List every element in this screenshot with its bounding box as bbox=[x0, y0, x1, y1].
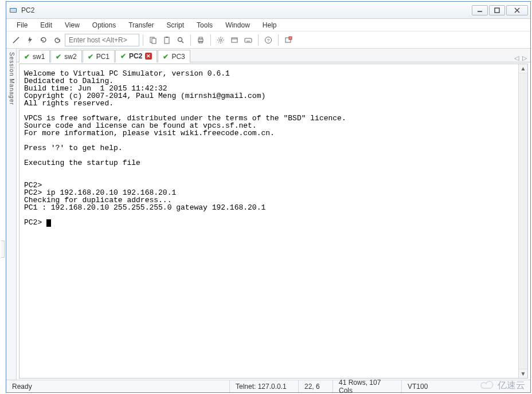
status-dimensions: 41 Rows, 107 Cols bbox=[333, 380, 402, 392]
tab-sw1[interactable]: ✔ sw1 bbox=[19, 50, 50, 62]
svg-rect-13 bbox=[199, 37, 202, 39]
check-icon: ✔ bbox=[56, 53, 61, 61]
menu-edit[interactable]: Edit bbox=[34, 20, 58, 30]
tabstrip: ✔ sw1 ✔ sw2 ✔ PC1 ✔ PC2 ✕ ✔ bbox=[17, 49, 530, 62]
body-row: Session Manager ✔ sw1 ✔ sw2 ✔ PC1 ✔ P bbox=[6, 49, 530, 380]
tab-scroll-left-icon[interactable]: ◁ bbox=[514, 54, 519, 62]
toolbar-separator bbox=[190, 34, 191, 46]
minimize-button[interactable] bbox=[472, 5, 488, 15]
svg-rect-18 bbox=[245, 38, 252, 42]
check-icon: ✔ bbox=[163, 53, 169, 61]
watermark: 亿速云 bbox=[479, 380, 525, 392]
svg-point-10 bbox=[178, 37, 182, 41]
tab-sw2[interactable]: ✔ sw2 bbox=[50, 50, 81, 62]
tab-pc1[interactable]: ✔ PC1 bbox=[83, 50, 115, 62]
settings-icon[interactable] bbox=[214, 34, 227, 46]
tab-pc3[interactable]: ✔ PC3 bbox=[158, 50, 190, 62]
terminal[interactable]: Welcome to Virtual PC Simulator, version… bbox=[19, 64, 518, 378]
check-icon: ✔ bbox=[24, 53, 30, 61]
menu-script[interactable]: Script bbox=[161, 20, 190, 30]
close-tab-icon[interactable]: ✕ bbox=[145, 53, 152, 60]
tab-label: sw2 bbox=[64, 53, 76, 61]
main-area: ✔ sw1 ✔ sw2 ✔ PC1 ✔ PC2 ✕ ✔ bbox=[17, 49, 530, 380]
app-window: PC2 File Edit View Options Transfer Scri… bbox=[6, 1, 531, 393]
vertical-scrollbar[interactable]: ▲ ▼ bbox=[518, 64, 527, 378]
svg-rect-26 bbox=[289, 37, 292, 40]
close-button[interactable] bbox=[506, 5, 528, 15]
terminal-cursor bbox=[46, 219, 51, 227]
tab-pc2[interactable]: ✔ PC2 ✕ bbox=[115, 50, 157, 62]
svg-line-11 bbox=[182, 41, 183, 43]
status-connection: Telnet: 127.0.0.1 bbox=[230, 380, 299, 392]
menu-window[interactable]: Window bbox=[220, 20, 256, 30]
tab-label: PC2 bbox=[129, 52, 142, 60]
menu-options[interactable]: Options bbox=[87, 20, 122, 30]
window-title: PC2 bbox=[21, 6, 34, 14]
app-icon bbox=[9, 6, 18, 15]
svg-text:?: ? bbox=[267, 38, 270, 43]
titlebar: PC2 bbox=[6, 2, 530, 19]
keyboard-icon[interactable] bbox=[242, 34, 255, 46]
svg-point-15 bbox=[220, 39, 222, 41]
left-stub-handle[interactable] bbox=[1, 241, 5, 258]
tab-label: PC1 bbox=[96, 53, 109, 61]
scroll-down-icon[interactable]: ▼ bbox=[519, 369, 527, 378]
svg-rect-8 bbox=[165, 37, 169, 44]
terminal-container: Welcome to Virtual PC Simulator, version… bbox=[19, 64, 528, 379]
check-icon: ✔ bbox=[120, 52, 126, 60]
connect-icon[interactable] bbox=[10, 34, 22, 46]
menu-file[interactable]: File bbox=[11, 20, 33, 30]
reconnect-icon[interactable] bbox=[37, 34, 50, 46]
svg-rect-3 bbox=[495, 8, 499, 13]
menu-transfer[interactable]: Transfer bbox=[123, 20, 159, 30]
toolbar: ? bbox=[6, 31, 530, 49]
menu-view[interactable]: View bbox=[59, 20, 85, 30]
tab-label: PC3 bbox=[171, 53, 185, 61]
scroll-up-icon[interactable]: ▲ bbox=[519, 64, 527, 73]
toolbar-separator bbox=[258, 34, 259, 46]
statusbar: Ready Telnet: 127.0.0.1 22, 6 41 Rows, 1… bbox=[6, 380, 530, 392]
status-cursor-pos: 22, 6 bbox=[299, 380, 333, 392]
window-controls bbox=[472, 5, 528, 15]
paste-icon[interactable] bbox=[161, 34, 173, 46]
find-icon[interactable] bbox=[174, 34, 187, 46]
host-input[interactable] bbox=[65, 34, 139, 46]
svg-rect-7 bbox=[152, 38, 156, 44]
status-emulation: VT100 bbox=[402, 380, 436, 392]
session-manager-panel[interactable]: Session Manager bbox=[6, 49, 17, 380]
print-icon[interactable] bbox=[194, 34, 207, 46]
status-ready: Ready bbox=[6, 380, 230, 392]
tabstrip-nav: ◁ ▷ bbox=[514, 54, 527, 62]
quick-connect-icon[interactable] bbox=[24, 34, 36, 46]
svg-rect-1 bbox=[10, 9, 16, 12]
disconnect-icon[interactable] bbox=[51, 34, 64, 46]
properties-icon[interactable] bbox=[228, 34, 241, 46]
help-icon[interactable]: ? bbox=[262, 34, 275, 46]
svg-rect-16 bbox=[232, 38, 237, 42]
svg-rect-9 bbox=[166, 37, 168, 38]
new-tab-icon[interactable] bbox=[282, 34, 295, 46]
menu-help[interactable]: Help bbox=[257, 20, 283, 30]
toolbar-separator bbox=[210, 34, 211, 46]
toolbar-separator bbox=[143, 34, 143, 46]
tab-scroll-right-icon[interactable]: ▷ bbox=[522, 54, 527, 62]
watermark-text: 亿速云 bbox=[498, 380, 525, 392]
check-icon: ✔ bbox=[88, 53, 93, 61]
left-edge bbox=[0, 0, 6, 394]
tab-label: sw1 bbox=[33, 53, 45, 61]
maximize-button[interactable] bbox=[489, 5, 505, 15]
copy-icon[interactable] bbox=[147, 34, 159, 46]
toolbar-separator bbox=[278, 34, 279, 46]
menubar: File Edit View Options Transfer Script T… bbox=[6, 19, 530, 31]
menu-tools[interactable]: Tools bbox=[191, 20, 218, 30]
terminal-text: Welcome to Virtual PC Simulator, version… bbox=[24, 69, 346, 227]
